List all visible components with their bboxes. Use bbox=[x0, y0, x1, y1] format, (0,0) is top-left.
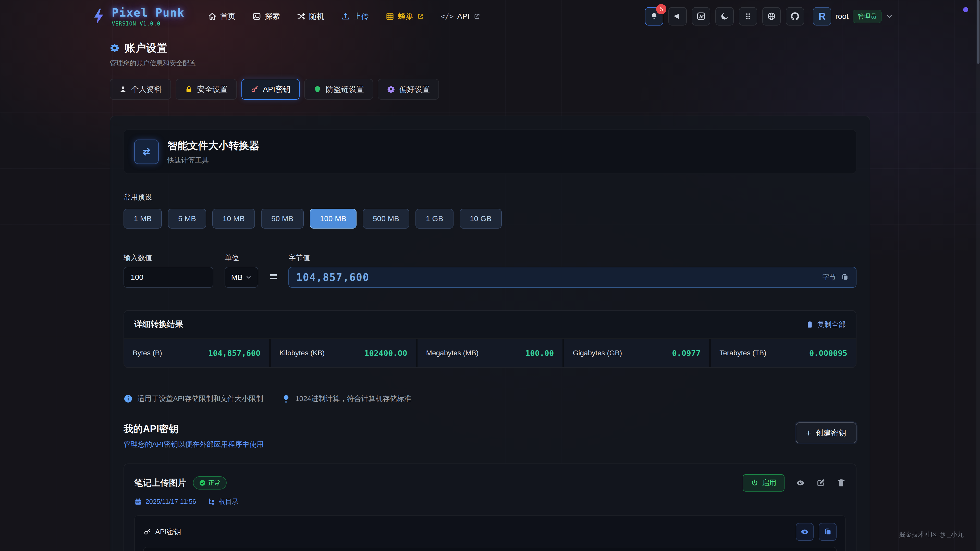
scrollbar-thumb[interactable] bbox=[977, 0, 980, 64]
chevron-down-icon bbox=[886, 13, 893, 20]
watermark: 掘金技术社区 @ _小九 bbox=[899, 530, 964, 539]
app-version: VERSION V1.0.0 bbox=[112, 21, 185, 27]
apps-grid-icon bbox=[743, 12, 752, 21]
enable-button-label: 启用 bbox=[762, 478, 776, 488]
nav-random[interactable]: 随机 bbox=[297, 11, 325, 22]
preset-1gb[interactable]: 1 GB bbox=[415, 209, 453, 229]
results-row: Bytes (B) 104,857,600 Kilobytes (KB) 102… bbox=[124, 338, 856, 367]
shield-icon bbox=[313, 85, 321, 94]
logo[interactable]: Pixel Punk VERSION V1.0.0 bbox=[92, 6, 185, 27]
delete-icon[interactable] bbox=[837, 478, 846, 487]
results-box: 详细转换结果 复制全部 Bytes (B) 104,857,600 Kiloby… bbox=[124, 310, 856, 368]
value-input[interactable] bbox=[124, 267, 213, 288]
nav-upload[interactable]: 上传 bbox=[341, 11, 369, 22]
preset-1mb[interactable]: 1 MB bbox=[124, 209, 162, 229]
announcements-button[interactable] bbox=[668, 7, 687, 25]
tip-usage-text: 适用于设置API存储限制和文件大小限制 bbox=[137, 394, 263, 403]
home-icon bbox=[208, 12, 217, 21]
tab-hotlink[interactable]: 防盗链设置 bbox=[304, 79, 373, 100]
api-keys-title: 我的API密钥 bbox=[124, 422, 264, 435]
converter-io-row: 输入数值 单位 MB = 字节值 104,857,600 字节 bbox=[124, 253, 856, 288]
reveal-key-button[interactable] bbox=[796, 523, 814, 541]
role-badge: 管理员 bbox=[853, 10, 881, 23]
copy-key-button[interactable] bbox=[819, 523, 837, 541]
moon-icon bbox=[720, 12, 729, 21]
copy-icon[interactable] bbox=[841, 273, 849, 281]
external-link-icon bbox=[474, 13, 480, 20]
swap-arrows-icon bbox=[141, 146, 152, 158]
result-bytes: Bytes (B) 104,857,600 bbox=[124, 339, 269, 367]
notification-badge: 5 bbox=[656, 4, 667, 14]
megaphone-icon bbox=[673, 12, 682, 21]
value-input-label: 输入数值 bbox=[124, 253, 213, 263]
preset-10gb[interactable]: 10 GB bbox=[460, 209, 502, 229]
tab-hotlink-label: 防盗链设置 bbox=[326, 84, 364, 95]
api-key-panel-head: API密钥 bbox=[143, 523, 837, 541]
converter-title: 智能文件大小转换器 bbox=[167, 138, 259, 152]
api-keys-subtitle: 管理您的API密钥以便在外部应用程序中使用 bbox=[124, 440, 264, 449]
value-input-group: 输入数值 bbox=[124, 253, 213, 288]
edit-icon[interactable] bbox=[816, 478, 825, 487]
nav-explore[interactable]: 探索 bbox=[252, 11, 280, 22]
created-at-text: 2025/11/17 11:56 bbox=[145, 498, 196, 506]
check-circle-icon bbox=[199, 480, 206, 486]
preset-100mb[interactable]: 100 MB bbox=[310, 209, 356, 229]
nav-api[interactable]: </> API bbox=[441, 12, 480, 21]
tab-security[interactable]: 安全设置 bbox=[176, 79, 237, 100]
preset-500mb[interactable]: 500 MB bbox=[363, 209, 409, 229]
tab-api-keys[interactable]: API密钥 bbox=[242, 79, 300, 100]
result-terabytes: Terabytes (TB) 0.000095 bbox=[711, 339, 856, 367]
converter-header: 智能文件大小转换器 快速计算工具 bbox=[124, 129, 856, 174]
directory[interactable]: 根目录 bbox=[207, 497, 239, 506]
status-badge-label: 正常 bbox=[208, 479, 221, 487]
hive-grid-icon bbox=[386, 12, 394, 21]
nav-random-label: 随机 bbox=[309, 11, 325, 22]
preset-buttons: 1 MB 5 MB 10 MB 50 MB 100 MB 500 MB 1 GB… bbox=[124, 209, 856, 229]
view-key-icon[interactable] bbox=[796, 478, 805, 487]
apps-button[interactable] bbox=[739, 7, 757, 25]
page-title: 账户设置 bbox=[124, 41, 167, 55]
nav-hive[interactable]: 蜂巢 bbox=[386, 11, 424, 22]
preset-50mb[interactable]: 50 MB bbox=[261, 209, 304, 229]
tab-preferences-label: 偏好设置 bbox=[399, 84, 430, 95]
enable-button[interactable]: 启用 bbox=[743, 474, 784, 492]
result-value: 0.000095 bbox=[809, 348, 847, 358]
nav-home[interactable]: 首页 bbox=[208, 11, 235, 22]
create-key-button[interactable]: + 创建密钥 bbox=[796, 422, 856, 443]
user-menu[interactable]: R root 管理员 bbox=[813, 7, 893, 25]
dark-mode-button[interactable] bbox=[715, 7, 734, 25]
api-key-value-box: p1ms4sOP************************** bbox=[143, 547, 837, 551]
status-badge: 正常 bbox=[193, 476, 227, 489]
notifications-button[interactable]: 5 bbox=[645, 7, 663, 25]
nav-home-label: 首页 bbox=[220, 11, 235, 22]
copy-all-label: 复制全部 bbox=[817, 320, 846, 329]
language-button[interactable] bbox=[692, 7, 710, 25]
api-key-label: API密钥 bbox=[155, 527, 181, 537]
plus-icon: + bbox=[806, 428, 811, 438]
unit-select-group: 单位 MB bbox=[224, 253, 258, 288]
nav-upload-label: 上传 bbox=[353, 11, 369, 22]
page-header: 账户设置 bbox=[110, 41, 870, 55]
main-nav: 首页 探索 随机 上传 蜂巢 </> API bbox=[208, 11, 480, 22]
preset-10mb[interactable]: 10 MB bbox=[212, 209, 255, 229]
github-button[interactable] bbox=[786, 7, 804, 25]
scrollbar[interactable] bbox=[977, 0, 980, 551]
preset-5mb[interactable]: 5 MB bbox=[168, 209, 206, 229]
purple-indicator-dot bbox=[963, 7, 968, 12]
converter-tips: 适用于设置API存储限制和文件大小限制 1024进制计算，符合计算机存储标准 bbox=[124, 394, 856, 403]
avatar: R bbox=[813, 7, 831, 25]
key-icon bbox=[143, 528, 151, 536]
copy-all-button[interactable]: 复制全部 bbox=[806, 320, 846, 329]
translate-icon bbox=[697, 12, 706, 21]
calendar-icon bbox=[134, 498, 142, 506]
lightning-bolt-icon bbox=[92, 8, 106, 25]
globe-button[interactable] bbox=[762, 7, 781, 25]
settings-gear-icon bbox=[110, 43, 119, 53]
result-value: 100.00 bbox=[525, 348, 554, 358]
unit-select[interactable]: MB bbox=[224, 267, 258, 288]
bell-icon bbox=[649, 12, 659, 21]
tab-preferences[interactable]: 偏好设置 bbox=[378, 79, 439, 100]
bytes-output-group: 字节值 104,857,600 字节 bbox=[288, 253, 856, 288]
create-key-label: 创建密钥 bbox=[816, 428, 846, 438]
tab-profile[interactable]: 个人资料 bbox=[110, 79, 171, 100]
